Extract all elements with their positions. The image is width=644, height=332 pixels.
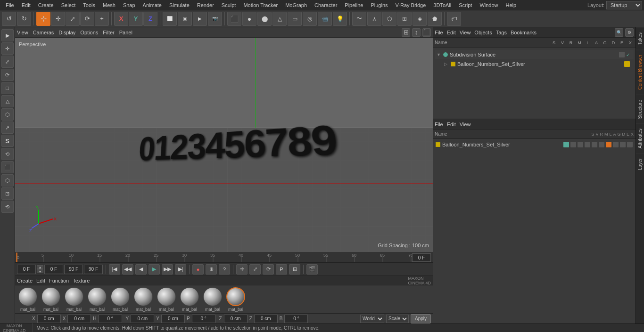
undo-button[interactable]: ↺ xyxy=(2,12,16,26)
current-frame-ruler[interactable] xyxy=(412,253,431,262)
start-frame-input[interactable]: 0 F xyxy=(44,265,63,274)
vp-icon2[interactable]: ↕ xyxy=(412,28,421,37)
auto-key-button[interactable]: ⊕ xyxy=(206,264,217,275)
menu-simulate[interactable]: Simulate xyxy=(165,1,193,9)
create-tool-button[interactable]: + xyxy=(95,12,109,26)
scale-dropdown[interactable]: Scale Size xyxy=(386,315,409,323)
mat-edit[interactable]: Edit xyxy=(36,278,45,283)
obj-menu-tags[interactable]: Tags xyxy=(496,30,507,35)
vp-menu-options[interactable]: Options xyxy=(80,30,98,35)
menu-select[interactable]: Select xyxy=(58,1,80,9)
go-start-button[interactable]: |◀ xyxy=(109,264,120,275)
go-end-button[interactable]: ▶| xyxy=(175,264,186,275)
apply-button[interactable]: Apply xyxy=(411,314,431,324)
scale-tool-button[interactable]: ⤢ xyxy=(66,12,80,26)
rot-p-input[interactable] xyxy=(192,315,215,323)
mat-create[interactable]: Create xyxy=(17,278,33,283)
attr-menu-view[interactable]: View xyxy=(460,121,471,127)
step-frame-fwd-button[interactable]: ▶▶ xyxy=(162,264,173,275)
menu-render[interactable]: Render xyxy=(193,1,218,9)
x-axis-button[interactable]: X xyxy=(114,12,128,26)
pos-z-input[interactable] xyxy=(224,315,248,323)
scale-y-input[interactable] xyxy=(161,315,185,323)
param-key-button[interactable]: P xyxy=(276,264,287,275)
scale-key-button[interactable]: ⤢ xyxy=(249,264,261,275)
menu-file[interactable]: File xyxy=(2,1,18,9)
frame-sel-button[interactable]: ▣ xyxy=(178,12,192,26)
menu-motion-tracker[interactable]: Motion Tracker xyxy=(239,1,281,9)
spline-button[interactable]: 〜 xyxy=(352,12,366,26)
menu-edit[interactable]: Edit xyxy=(18,1,34,9)
material-item-6[interactable]: mat_bal xyxy=(156,287,177,312)
sidebar-tri[interactable]: △ xyxy=(1,95,14,107)
obj-row-balloon[interactable]: ▷ Balloon_Numbers_Set_Silver xyxy=(435,59,634,69)
obj-search[interactable]: 🔍 xyxy=(615,28,623,37)
z-axis-button[interactable]: Z xyxy=(143,12,157,26)
material-item-7[interactable]: mat_bal xyxy=(179,287,200,312)
cylinder-button[interactable]: ⬤ xyxy=(257,12,272,26)
obj-menu-file[interactable]: File xyxy=(435,30,443,35)
material-item-2[interactable]: mat_bal xyxy=(63,287,85,312)
pos-y-input[interactable] xyxy=(131,315,154,323)
cloner-button[interactable]: ⊞ xyxy=(397,12,412,26)
vtab-takes[interactable]: Takes xyxy=(636,27,644,49)
frame-up[interactable]: ▲ xyxy=(37,265,43,269)
pos-x-input[interactable] xyxy=(37,315,61,323)
step-frame-back-button[interactable]: ◀ xyxy=(135,264,147,275)
motion-clip-button[interactable]: 🎬 xyxy=(306,264,318,275)
end-frame2-input[interactable]: 90 F xyxy=(84,265,103,274)
current-frame-input[interactable]: 0 F xyxy=(17,265,36,274)
sidebar-poly[interactable]: ⬡ xyxy=(1,108,14,121)
sidebar-move[interactable]: ✛ xyxy=(1,42,14,55)
obj-expand-balloon[interactable]: ▷ xyxy=(444,62,449,66)
nurbs-button[interactable]: ⋏ xyxy=(367,12,381,26)
step-back-button[interactable]: ◀◀ xyxy=(122,264,133,275)
cube-button[interactable]: ⬛ xyxy=(227,12,241,26)
material-item-9[interactable]: mat_bal xyxy=(225,287,247,312)
material-item-3[interactable]: mat_bal xyxy=(86,287,108,312)
material-item-1[interactable]: mat_bal xyxy=(40,287,62,312)
sidebar-edge[interactable]: ↗ xyxy=(1,121,14,134)
vtab-layer[interactable]: Layer xyxy=(636,153,644,175)
field-button[interactable]: ⬟ xyxy=(428,12,442,26)
material-item-5[interactable]: mat_bal xyxy=(132,287,154,312)
rotate-tool-button[interactable]: ⟳ xyxy=(80,12,94,26)
material-item-0[interactable]: mat_bal xyxy=(17,287,39,312)
vtab-content-browser[interactable]: Content Browser xyxy=(636,49,644,94)
y-axis-button[interactable]: Y xyxy=(129,12,143,26)
obj-menu-objects[interactable]: Objects xyxy=(474,30,492,35)
render-view-button[interactable]: 📷 xyxy=(208,12,222,26)
redo-button[interactable]: ↻ xyxy=(17,12,31,26)
menu-plugins[interactable]: Plugins xyxy=(367,1,391,9)
grid-key-button[interactable]: ⊞ xyxy=(289,264,300,275)
vp-icon1[interactable]: ⊞ xyxy=(402,28,410,37)
rotate-key-button[interactable]: ⟳ xyxy=(263,264,274,275)
menu-character[interactable]: Character xyxy=(311,1,341,9)
obj-menu-bookmarks[interactable]: Bookmarks xyxy=(511,30,537,35)
menu-vray[interactable]: V-Ray Bridge xyxy=(392,1,430,9)
timeline-ruler[interactable]: 0 5 10 15 20 25 30 35 40 xyxy=(15,252,433,262)
sidebar-rotate[interactable]: ⟳ xyxy=(1,69,14,81)
material-item-4[interactable]: mat_bal xyxy=(109,287,131,312)
vp-menu-panel[interactable]: Panel xyxy=(119,30,132,35)
mat-texture[interactable]: Texture xyxy=(73,278,90,283)
scale-x-input[interactable] xyxy=(67,315,91,323)
menu-create[interactable]: Create xyxy=(34,1,58,9)
attr-menu-file[interactable]: File xyxy=(435,121,443,127)
sidebar-fill[interactable]: ⬛ xyxy=(1,161,14,173)
end-frame1-input[interactable]: 90 F xyxy=(64,265,83,274)
menu-sculpt[interactable]: Sculpt xyxy=(218,1,240,9)
sidebar-sculpt[interactable]: ⟲ xyxy=(1,148,14,160)
menu-snap[interactable]: Snap xyxy=(119,1,139,9)
light-button[interactable]: 💡 xyxy=(333,12,347,26)
viewport[interactable]: Perspective 0123456789 X Y Z Grid Spacin… xyxy=(15,38,433,252)
sidebar-scale[interactable]: ⤢ xyxy=(1,56,14,68)
obj-check-sub[interactable] xyxy=(619,52,625,57)
obj-check-balloon[interactable] xyxy=(624,61,630,67)
help-button[interactable]: ? xyxy=(219,264,230,275)
menu-tools[interactable]: Tools xyxy=(79,1,99,9)
sphere-button[interactable]: ● xyxy=(242,12,256,26)
vp-icon3[interactable]: ⬛ xyxy=(422,28,431,37)
record-button[interactable]: ● xyxy=(192,264,204,275)
frame-down[interactable]: ▼ xyxy=(37,269,43,273)
